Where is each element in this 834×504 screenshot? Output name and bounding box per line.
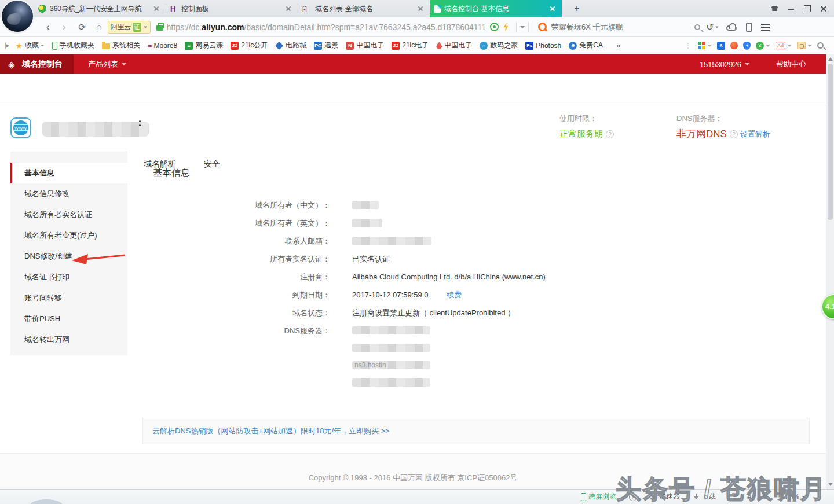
url-dropdown-caret[interactable]	[520, 26, 525, 28]
product-list-menu[interactable]: 产品列表	[88, 54, 126, 74]
speed-bolt-icon[interactable]	[503, 23, 509, 31]
sidebar-item-owner-transfer[interactable]: 域名所有者变更(过户)	[10, 225, 127, 246]
bookmark-favorites[interactable]: ★ 收藏	[15, 41, 45, 50]
cloud-sync-icon[interactable]	[726, 25, 737, 31]
history-icon[interactable]: ↺	[706, 21, 714, 32]
renew-link[interactable]: 续费	[447, 290, 462, 299]
bookmark-digital-home[interactable]: ⌂数码之家	[480, 41, 518, 50]
extension-6[interactable]: 6	[717, 42, 725, 50]
owner-cn-label: 域名所有者（中文）：	[139, 201, 330, 209]
speed-score-badge[interactable]: 4.1	[821, 294, 834, 319]
help-question-icon[interactable]: ?	[730, 130, 738, 138]
screenshot-icon[interactable]	[490, 23, 499, 31]
bookmark-photoshop[interactable]: PsPhotosh	[525, 42, 561, 50]
bookmark-moore8[interactable]: ∞Moore8	[148, 42, 177, 50]
address-bar: ‹ › ⟳ ⌂ 阿里云 证 https://dc.aliyun.com/basi…	[0, 17, 834, 37]
scroll-up-arrow[interactable]	[828, 57, 833, 61]
browser-tab-360nav[interactable]: 360导航_新一代安全上网导航	[34, 0, 166, 17]
lock-icon	[797, 42, 806, 49]
registrar-value: Alibaba Cloud Computing Ltd. d/b/a HiChi…	[352, 273, 546, 281]
bookmark-21ic-elec[interactable]: 2121ic电子	[392, 41, 429, 50]
home-button[interactable]: ⌂	[96, 22, 102, 32]
back-button[interactable]: ‹	[46, 21, 50, 33]
tab-title: 控制面板	[181, 4, 284, 14]
360nav-tab-icon	[38, 5, 46, 13]
expiry-label: 到期日期：	[139, 290, 330, 299]
sidebar-item-certificate-print[interactable]: 域名证书打印	[10, 267, 127, 288]
bookmark-21ic-open[interactable]: 2121ic公开	[231, 41, 268, 50]
dns-promo-banner[interactable]: 云解析DNS热销版（网站防攻击+网站加速）限时18元/年，立即购买 >>	[142, 418, 810, 444]
phone-bookmark-icon	[52, 42, 57, 50]
extension-apps-grid[interactable]	[698, 42, 712, 49]
history-caret-icon[interactable]	[716, 26, 719, 28]
domain-console-brand[interactable]: ◈ 域名控制台	[0, 54, 74, 74]
tab-close-icon[interactable]	[416, 4, 425, 13]
sidebar-item-push-with-price[interactable]: 带价PUSH	[10, 308, 127, 329]
21ic-icon: 21	[231, 42, 239, 50]
magnifier-key-icon	[817, 42, 824, 49]
extension-adblock[interactable]: Ad	[776, 42, 792, 49]
close-button[interactable]	[815, 0, 832, 17]
bookmark-china-elec-n[interactable]: N中国电子	[346, 41, 384, 50]
bookmark-vista[interactable]: PC远景	[314, 41, 338, 50]
phone-icon[interactable]	[746, 23, 752, 32]
tab-security[interactable]: 安全	[204, 159, 220, 170]
set-resolution-link[interactable]: 设置解析	[740, 129, 770, 139]
sidebar-item-basic-info[interactable]: 基本信息	[10, 163, 127, 183]
page-scrollbar[interactable]	[826, 54, 834, 489]
domain-www-icon: WWW	[10, 117, 31, 138]
skin-button[interactable]	[767, 0, 783, 17]
forward-button[interactable]: ›	[63, 21, 66, 33]
sidebar-item-owner-verification[interactable]: 域名所有者实名认证	[10, 204, 127, 225]
browser-tab-control-panel[interactable]: H 控制面板	[166, 0, 298, 17]
tab-close-icon[interactable]	[548, 4, 557, 13]
watermark-text: 头条号 / 苍狼啸月	[616, 472, 827, 504]
minimize-button[interactable]	[783, 0, 799, 17]
search-box[interactable]: 荣耀畅玩6X 千元旗舰	[538, 22, 706, 32]
menu-icon[interactable]	[761, 24, 770, 31]
extension-shield-bolt[interactable]	[743, 42, 751, 50]
search-input[interactable]: 荣耀畅玩6X 千元旗舰	[551, 22, 694, 32]
contact-email-redacted	[352, 237, 431, 245]
maximize-button[interactable]	[799, 0, 815, 17]
cross-screen-button[interactable]: 跨屏浏览	[581, 492, 616, 502]
21ic-icon: 21	[392, 42, 400, 50]
control-panel-tab-icon: H	[170, 5, 178, 13]
new-tab-button[interactable]: +	[570, 2, 583, 15]
browser-tab-domain-console-active[interactable]: 域名控制台-基本信息	[430, 0, 562, 17]
url-text[interactable]: https://dc.aliyun.com/basic/domainDetail…	[167, 23, 486, 32]
alarm-icon	[730, 42, 738, 49]
scroll-down-arrow[interactable]	[828, 483, 833, 486]
page-tab-strip: 我的域名 基本管理 域名解析 安全	[0, 74, 826, 105]
bookmark-netease[interactable]: ≡网易云课	[185, 41, 223, 50]
bookmark-china-elec-flame[interactable]: 中国电子	[436, 41, 472, 50]
extension-password-lock[interactable]	[797, 42, 812, 49]
account-menu[interactable]: 1515302926	[700, 60, 749, 69]
help-question-icon[interactable]: ?	[606, 130, 614, 138]
sidebar-item-domain-info-edit[interactable]: 域名信息修改	[10, 183, 127, 204]
refresh-button[interactable]: ⟳	[78, 22, 86, 32]
sidebar-item-account-transfer[interactable]: 账号间转移	[10, 288, 127, 308]
scrollbar-thumb[interactable]	[828, 64, 833, 220]
aliyun-site-badge[interactable]: 阿里云 证	[108, 21, 151, 34]
tab-close-icon[interactable]	[284, 4, 293, 13]
tab-close-icon[interactable]	[152, 4, 161, 13]
dns-servers-label: DNS服务器：	[139, 326, 330, 396]
bookmark-system-folder[interactable]: 系统相关	[102, 41, 140, 50]
bookmarks-expand-icon[interactable]: |▸	[5, 42, 9, 49]
search-icon[interactable]	[694, 24, 700, 30]
bookmark-phone-folder[interactable]: 手机收藏夹	[52, 41, 94, 50]
owner-cn-redacted	[352, 201, 379, 209]
ie-globe-icon: e	[569, 42, 577, 50]
bookmarks-overflow[interactable]: »	[616, 41, 620, 50]
browser-tab-domain-list[interactable]: [-] 域名列表-全部域名	[298, 0, 430, 17]
sidebar-item-transfer-out[interactable]: 域名转出万网	[10, 329, 127, 350]
bookmark-free-ca[interactable]: e免费CA	[569, 41, 603, 50]
extension-shield-yen[interactable]: ¥	[756, 42, 770, 50]
bookmark-circuit-city[interactable]: 电路城	[275, 41, 306, 50]
help-center-link[interactable]: 帮助中心	[776, 59, 806, 69]
caret-icon	[122, 63, 126, 65]
extension-alarm[interactable]	[730, 42, 738, 49]
extension-find[interactable]	[817, 42, 824, 49]
user-avatar[interactable]	[2, 1, 33, 32]
